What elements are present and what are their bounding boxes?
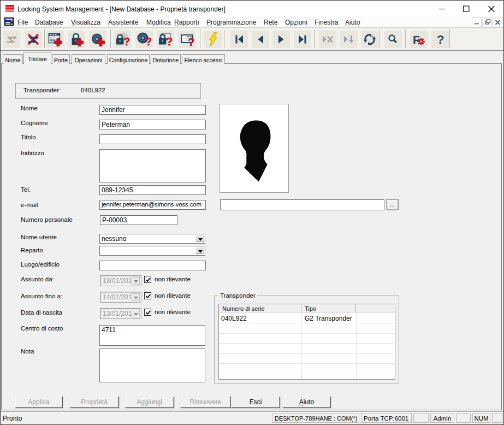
svg-text:?: ? — [166, 36, 173, 48]
svg-text:?: ? — [188, 36, 194, 48]
svg-text:?: ? — [437, 33, 444, 46]
svg-text:?: ? — [123, 36, 130, 48]
svg-text:?: ? — [145, 36, 152, 48]
